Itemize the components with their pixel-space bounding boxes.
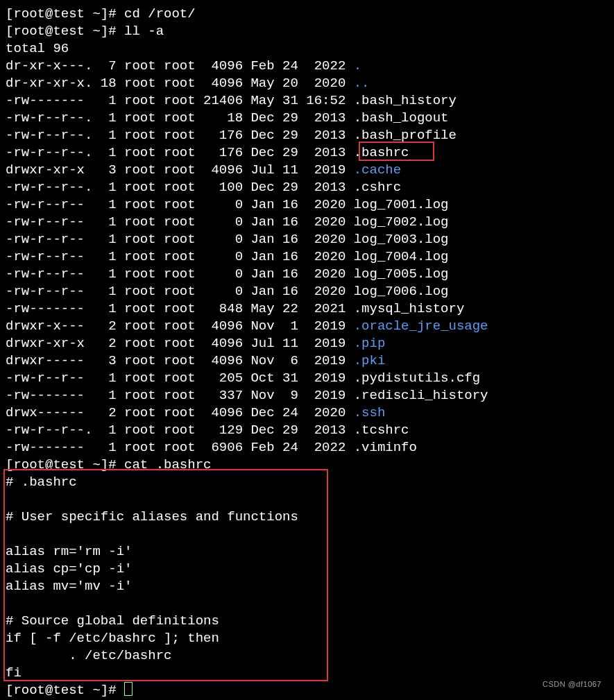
terminal-line: drwx------ 2 root root 4096 Dec 24 2020 …	[6, 404, 608, 422]
terminal-line: alias rm='rm -i'	[6, 543, 608, 561]
terminal-line	[6, 526, 608, 543]
terminal-line: drwxr-xr-x 2 root root 4096 Jul 11 2019 …	[6, 335, 608, 352]
cursor[interactable]	[124, 682, 133, 696]
terminal-line: -rw-r--r-- 1 root root 0 Jan 16 2020 log…	[6, 283, 608, 300]
terminal-line: -rw-r--r-- 1 root root 0 Jan 16 2020 log…	[6, 214, 608, 231]
watermark: CSDN @df1067	[543, 676, 602, 693]
terminal-line: [root@test ~]# ll -a	[6, 23, 608, 40]
dir-name: .pip	[354, 336, 386, 351]
terminal-line	[6, 595, 608, 613]
terminal-line	[6, 491, 608, 509]
terminal-line: drwxr-x--- 2 root root 4096 Nov 1 2019 .…	[6, 318, 608, 335]
terminal-line: drwxr----- 3 root root 4096 Nov 6 2019 .…	[6, 352, 608, 370]
terminal-line: -rw-r--r-- 1 root root 0 Jan 16 2020 log…	[6, 266, 608, 283]
terminal-line: dr-xr-x---. 7 root root 4096 Feb 24 2022…	[6, 58, 608, 75]
dir-name: .	[354, 58, 361, 74]
terminal-line: # .bashrc	[6, 474, 608, 491]
terminal-line: dr-xr-xr-x. 18 root root 4096 May 20 202…	[6, 75, 608, 92]
terminal-line: -rw-r--r--. 1 root root 18 Dec 29 2013 .…	[6, 110, 608, 127]
dir-name: .pki	[354, 353, 386, 368]
terminal-line: -rw------- 1 root root 21406 May 31 16:5…	[6, 92, 608, 110]
terminal-line: -rw-r--r--. 1 root root 100 Dec 29 2013 …	[6, 179, 608, 196]
dir-name: .cache	[354, 162, 401, 178]
terminal-line: -rw------- 1 root root 337 Nov 9 2019 .r…	[6, 387, 608, 404]
terminal-line: -rw-r--r-- 1 root root 205 Oct 31 2019 .…	[6, 370, 608, 387]
terminal-line: alias cp='cp -i'	[6, 561, 608, 578]
dir-name: .ssh	[354, 405, 386, 420]
terminal-line: [root@test ~]# cd /root/	[6, 6, 608, 23]
terminal-line: fi	[6, 665, 608, 682]
terminal-line: # Source global definitions	[6, 613, 608, 630]
terminal-line: -rw------- 1 root root 848 May 22 2021 .…	[6, 300, 608, 318]
terminal-line: if [ -f /etc/bashrc ]; then	[6, 630, 608, 647]
terminal-line: -rw-r--r-- 1 root root 0 Jan 16 2020 log…	[6, 248, 608, 266]
terminal-line: -rw-r--r--. 1 root root 176 Dec 29 2013 …	[6, 127, 608, 144]
terminal-line: -rw-r--r--. 1 root root 176 Dec 29 2013 …	[6, 144, 608, 162]
terminal-line: -rw------- 1 root root 6906 Feb 24 2022 …	[6, 439, 608, 456]
terminal-output: [root@test ~]# cd /root/[root@test ~]# l…	[6, 6, 608, 699]
terminal-line: [root@test ~]#	[6, 682, 608, 699]
dir-name: .oracle_jre_usage	[354, 318, 488, 334]
terminal-line: -rw-r--r--. 1 root root 129 Dec 29 2013 …	[6, 422, 608, 439]
terminal-line: -rw-r--r-- 1 root root 0 Jan 16 2020 log…	[6, 196, 608, 214]
terminal-line: # User specific aliases and functions	[6, 509, 608, 526]
terminal-line: total 96	[6, 40, 608, 58]
terminal-line: . /etc/bashrc	[6, 647, 608, 665]
terminal-line: -rw-r--r-- 1 root root 0 Jan 16 2020 log…	[6, 231, 608, 248]
terminal-line: [root@test ~]# cat .bashrc	[6, 456, 608, 474]
terminal-line: alias mv='mv -i'	[6, 578, 608, 595]
terminal-line: drwxr-xr-x 3 root root 4096 Jul 11 2019 …	[6, 162, 608, 179]
dir-name: ..	[354, 76, 370, 91]
